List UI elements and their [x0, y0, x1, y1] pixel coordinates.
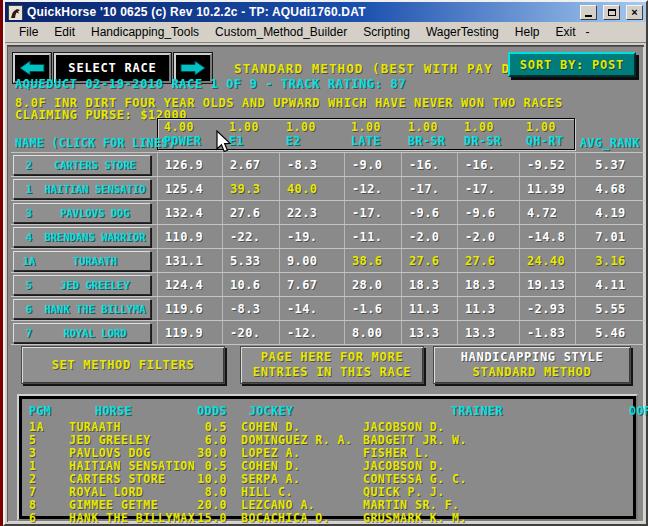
- page-more-entries-button[interactable]: PAGE HERE FOR MORE ENTRIES IN THIS RACE: [240, 346, 424, 384]
- horse-row: 7ROYAL LORD119.9-20.-12.8.0013.313.3-1.8…: [11, 321, 645, 345]
- horse-name-button[interactable]: 6HANK THE BILLYMA: [13, 299, 151, 319]
- horse-name-button[interactable]: 2CARTERS STORE: [13, 155, 151, 175]
- set-method-filters-button[interactable]: SET METHOD FILTERS: [21, 346, 225, 384]
- menu-help[interactable]: Help: [507, 23, 548, 42]
- menu-custom-method-builder[interactable]: Custom_Method_Builder: [207, 23, 355, 42]
- right-arrow-icon: [180, 60, 206, 76]
- horse-name: CARTERS STORE: [44, 159, 150, 171]
- maximize-icon: [608, 9, 616, 16]
- horse-name-button[interactable]: 4BRENDANS WARRIOR: [13, 227, 151, 247]
- minimize-button[interactable]: [580, 5, 597, 20]
- entry-pgm: 6: [29, 512, 69, 525]
- stat-value: -14.: [279, 297, 344, 320]
- horse-name: HANK THE BILLYMA: [44, 303, 150, 315]
- entry-odds: 15.0: [185, 512, 227, 525]
- horse-row: 4BRENDANS WARRIOR110.9-22.-19.-11.-2.0-2…: [11, 225, 645, 249]
- horse-name-button[interactable]: 1ATURAATH: [13, 251, 151, 271]
- stat-value: 18.3: [401, 273, 457, 296]
- menu-wagertesting[interactable]: WagerTesting: [418, 23, 507, 42]
- stat-value: 7.67: [279, 273, 344, 296]
- close-icon: ×: [631, 7, 637, 18]
- stat-value: -9.52: [519, 153, 575, 176]
- stat-value: -12.: [279, 321, 344, 344]
- stat-value: 2.67: [222, 153, 279, 176]
- stat-value: -8.3: [279, 153, 344, 176]
- horse-name-cell: 3PAVLOVS DOG: [11, 201, 157, 224]
- stat-value: 24.40: [519, 249, 575, 272]
- column-header-dr-sr[interactable]: 1.00 DR-SR: [457, 120, 519, 150]
- stat-value: -17.: [344, 201, 401, 224]
- stat-value: -12.: [344, 177, 401, 200]
- stat-value: -2.93: [519, 297, 575, 320]
- horse-name: PAVLOVS DOG: [44, 207, 150, 219]
- stat-value: 11.3: [401, 297, 457, 320]
- horse-name-cell: 7ROYAL LORD: [11, 321, 157, 344]
- stat-value: 126.9: [157, 153, 222, 176]
- entry-trainer: GRUSMARK K. M.: [361, 512, 629, 525]
- app-logo-icon: [8, 5, 23, 20]
- horse-name-button[interactable]: 1HAITIAN SENSATIO: [13, 179, 151, 199]
- mouse-cursor: [216, 130, 234, 156]
- name-column-header[interactable]: NAME (CLICK FOR LINES): [11, 136, 157, 150]
- avg-rank-value: 4.68: [575, 177, 645, 200]
- stat-value: -17.: [401, 177, 457, 200]
- stat-value: 131.1: [157, 249, 222, 272]
- horse-row: 6HANK THE BILLYMA119.6-8.3-14.-1.611.311…: [11, 297, 645, 321]
- column-header-late[interactable]: 1.00 LATE: [344, 120, 401, 150]
- sort-by-button[interactable]: SORT BY: POST: [508, 52, 636, 77]
- avg-rank-value: 7.01: [575, 225, 645, 248]
- horse-row: 3PAVLOVS DOG132.427.622.3-17.-9.6-9.64.7…: [11, 201, 645, 225]
- horse-name-button[interactable]: 7ROYAL LORD: [13, 323, 151, 343]
- stat-value: 132.4: [157, 201, 222, 224]
- stat-value: -14.8: [519, 225, 575, 248]
- stat-value: 125.4: [157, 177, 222, 200]
- post-number: 5: [14, 279, 44, 291]
- stat-value: 40.0: [279, 177, 344, 200]
- horse-name-cell: 5JED GREELEY: [11, 273, 157, 296]
- stat-value: -9.6: [401, 201, 457, 224]
- entry-row: 6HANK THE BILLYMAX15.0BOCACHICA O.GRUSMA…: [29, 512, 628, 525]
- column-header-br-sr[interactable]: 1.00 BR-SR: [401, 120, 457, 150]
- handicap-table: NAME (CLICK FOR LINES) 4.00 POWER 1.00 E…: [11, 120, 645, 345]
- window-title: QuickHorse '10 0625 (c) Rev 10.2.2c - TP…: [27, 5, 574, 19]
- stat-value: 18.3: [457, 273, 519, 296]
- stat-value: -2.0: [457, 225, 519, 248]
- column-header-qh-rt[interactable]: 1.00 QH-RT: [519, 120, 575, 150]
- stat-value: 8.00: [344, 321, 401, 344]
- stat-value: 28.0: [344, 273, 401, 296]
- avg-rank-value: 5.37: [575, 153, 645, 176]
- horse-name: JED GREELEY: [44, 279, 150, 291]
- stat-value: -1.83: [519, 321, 575, 344]
- main-table-rows: 2CARTERS STORE126.92.67-8.3-9.0-16.-16.-…: [11, 152, 645, 345]
- avg-rank-value: 4.11: [575, 273, 645, 296]
- horse-name-button[interactable]: 3PAVLOVS DOG: [13, 203, 151, 223]
- menu-file[interactable]: File: [11, 23, 46, 42]
- entries-rows: 1ATURAATH0.5COHEN D.JACOBSON D.5JED GREE…: [29, 421, 628, 525]
- entries-header-horse: HORSE: [69, 405, 185, 418]
- stat-value: -16.: [457, 153, 519, 176]
- close-button[interactable]: ×: [626, 5, 643, 20]
- stat-value: 39.3: [222, 177, 279, 200]
- menu-handicapping-tools[interactable]: Handicapping_Tools: [83, 23, 207, 42]
- menu-scripting[interactable]: Scripting: [355, 23, 418, 42]
- stat-value: 5.33: [222, 249, 279, 272]
- handicapping-style-button[interactable]: HANDICAPPING STYLE STANDARD METHOD: [433, 346, 631, 384]
- menu-exit[interactable]: Exit: [547, 23, 583, 42]
- column-header-e2[interactable]: 1.00 E2: [279, 120, 344, 150]
- horse-name: BRENDANS WARRIOR: [44, 231, 150, 243]
- menu-edit[interactable]: Edit: [46, 23, 83, 42]
- horse-row: 5JED GREELEY124.410.67.6728.018.318.319.…: [11, 273, 645, 297]
- stat-value: 19.13: [519, 273, 575, 296]
- stat-value: 119.6: [157, 297, 222, 320]
- horse-row: 1ATURAATH131.15.339.0038.627.627.624.403…: [11, 249, 645, 273]
- entries-header-odds: ODDS: [185, 405, 227, 418]
- maximize-button[interactable]: [603, 5, 620, 20]
- column-header-power[interactable]: 4.00 POWER: [157, 120, 222, 150]
- column-header-avg-rank[interactable]: AVG_RANK: [575, 136, 645, 150]
- title-bar[interactable]: QuickHorse '10 0625 (c) Rev 10.2.2c - TP…: [5, 2, 646, 22]
- horse-name-button[interactable]: 5JED GREELEY: [13, 275, 151, 295]
- stat-value: -2.0: [401, 225, 457, 248]
- minimize-icon: [585, 15, 592, 17]
- horse-name-cell: 4BRENDANS WARRIOR: [11, 225, 157, 248]
- entries-header-oof: OOF: [629, 405, 648, 418]
